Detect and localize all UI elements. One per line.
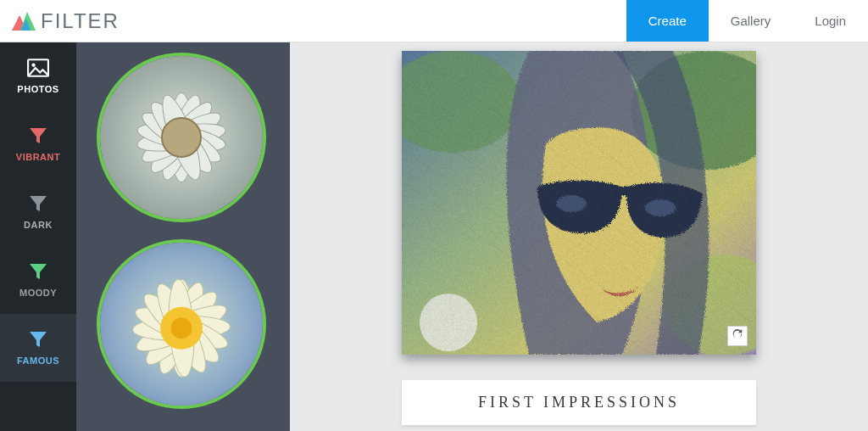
rail-dark[interactable]: DARK xyxy=(0,178,76,246)
funnel-icon xyxy=(27,126,49,147)
rail-photos[interactable]: PHOTOS xyxy=(0,42,76,110)
nav-create[interactable]: Create xyxy=(626,0,709,42)
rail-label: FAMOUS xyxy=(17,355,59,366)
funnel-icon xyxy=(27,194,49,215)
caption-card: FIRST IMPRESSIONS xyxy=(402,380,756,425)
thumb-daisy-muted[interactable] xyxy=(97,53,266,222)
image-icon xyxy=(27,59,49,79)
logo-mark-icon xyxy=(12,12,36,31)
svg-marker-8 xyxy=(30,332,47,347)
svg-marker-7 xyxy=(30,264,47,279)
preview-wrap xyxy=(402,51,756,355)
reload-button[interactable] xyxy=(727,326,748,346)
preview-caption: FIRST IMPRESSIONS xyxy=(402,394,756,411)
svg-marker-6 xyxy=(30,196,47,211)
funnel-icon xyxy=(27,330,49,350)
brand-name: FILTER xyxy=(41,9,120,33)
rail-moody[interactable]: MOODY xyxy=(0,246,76,314)
thumb-daisy-color[interactable] xyxy=(97,239,266,409)
rail-label: PHOTOS xyxy=(17,84,58,94)
nav-gallery[interactable]: Gallery xyxy=(709,0,793,42)
category-rail: PHOTOS VIBRANT DARK MOODY FAMOUS xyxy=(0,42,76,431)
funnel-icon xyxy=(27,262,49,283)
svg-point-4 xyxy=(31,64,35,67)
rail-label: DARK xyxy=(24,220,53,230)
preview-image xyxy=(402,51,756,355)
rail-label: VIBRANT xyxy=(16,152,60,162)
rail-famous[interactable]: FAMOUS xyxy=(0,314,76,382)
rail-vibrant[interactable]: VIBRANT xyxy=(0,110,76,178)
nav-login[interactable]: Login xyxy=(793,0,868,42)
svg-point-32 xyxy=(171,317,192,339)
app-header: FILTER Create Gallery Login xyxy=(0,0,868,42)
rail-label: MOODY xyxy=(19,288,57,298)
reload-icon xyxy=(732,328,743,344)
brand-logo[interactable]: FILTER xyxy=(12,9,120,33)
top-nav: Create Gallery Login xyxy=(626,0,868,42)
filter-thumbnails xyxy=(76,42,290,431)
preview-stage: FIRST IMPRESSIONS xyxy=(290,42,868,431)
svg-marker-5 xyxy=(30,128,47,143)
